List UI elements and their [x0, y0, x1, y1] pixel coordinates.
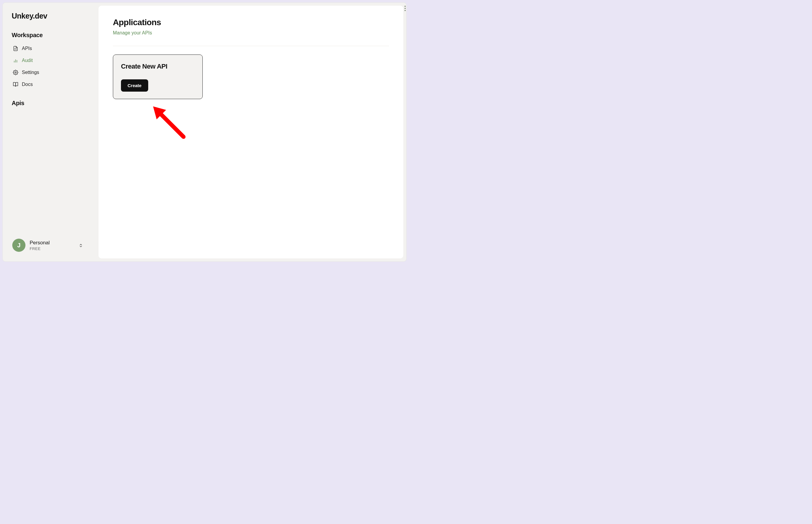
- svg-point-3: [15, 72, 16, 73]
- page-subtitle: Manage your APIs: [113, 30, 389, 36]
- main-content: Applications Manage your APIs Create New…: [99, 6, 403, 258]
- create-button[interactable]: Create: [121, 79, 148, 92]
- sidebar-section-workspace: Workspace: [12, 32, 92, 39]
- sidebar-item-label: Settings: [22, 70, 39, 75]
- bar-chart-icon: [13, 58, 18, 63]
- sidebar-item-settings[interactable]: Settings: [12, 67, 92, 78]
- sidebar-item-docs[interactable]: Docs: [12, 79, 92, 89]
- sidebar: Unkey.dev Workspace APIs Audit Settings: [3, 3, 99, 261]
- sidebar-item-audit[interactable]: Audit: [12, 55, 92, 66]
- sidebar-item-label: Docs: [22, 82, 33, 87]
- workspace-switcher[interactable]: J Personal FREE: [12, 237, 92, 256]
- create-api-card-title: Create New API: [121, 63, 195, 70]
- page-title: Applications: [113, 18, 389, 27]
- gear-icon: [13, 70, 18, 75]
- chevron-up-down-icon: [79, 243, 83, 249]
- create-api-card: Create New API Create: [113, 54, 203, 99]
- app-window: Unkey.dev Workspace APIs Audit Settings: [2, 2, 407, 262]
- brand-logo[interactable]: Unkey.dev: [12, 12, 92, 20]
- sidebar-item-apis[interactable]: APIs: [12, 44, 92, 54]
- book-open-icon: [13, 82, 18, 87]
- divider: [113, 46, 389, 46]
- window-kebab-menu[interactable]: [403, 4, 407, 12]
- workspace-plan-badge: FREE: [30, 246, 50, 251]
- avatar: J: [12, 239, 26, 252]
- file-code-icon: [13, 46, 18, 51]
- workspace-name: Personal: [30, 240, 50, 246]
- sidebar-item-label: Audit: [22, 58, 33, 63]
- sidebar-item-label: APIs: [22, 46, 32, 51]
- sidebar-section-apis: Apis: [12, 100, 92, 107]
- sidebar-nav: APIs Audit Settings Docs: [12, 44, 92, 89]
